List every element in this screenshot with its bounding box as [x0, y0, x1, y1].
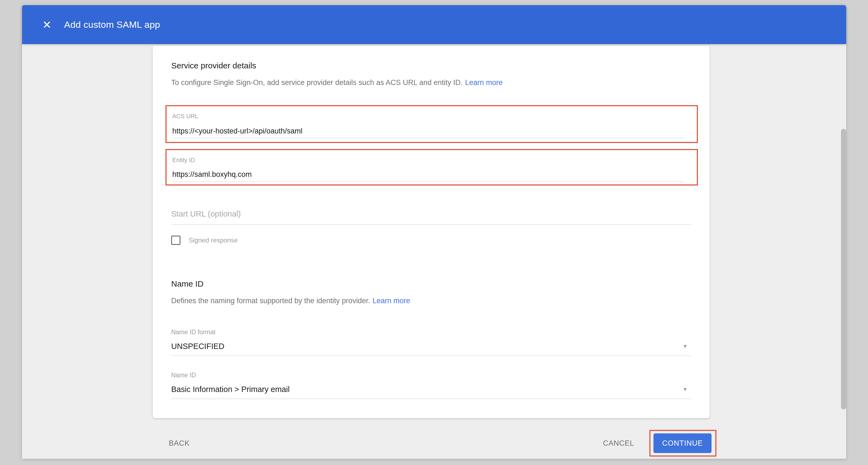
entity-id-label: Entity ID: [172, 157, 697, 164]
annotation-highlight-entity-id: Entity ID: [165, 149, 698, 186]
entity-id-input[interactable]: [172, 170, 685, 182]
name-id-description-text: Defines the naming format supported by t…: [171, 297, 370, 305]
service-provider-description: To configure Single Sign-On, add service…: [171, 78, 691, 87]
select-underline: [171, 399, 691, 399]
dialog-body: Service provider details To configure Si…: [22, 44, 846, 459]
cancel-button[interactable]: CANCEL: [599, 436, 638, 450]
learn-more-link-name-id[interactable]: Learn more: [372, 297, 410, 305]
name-id-format-select[interactable]: UNSPECIFIED ▼: [171, 341, 691, 351]
chevron-down-icon: ▼: [682, 386, 688, 393]
screen: ✕ Add custom SAML app Service provider d…: [0, 0, 868, 465]
continue-button[interactable]: CONTINUE: [653, 433, 712, 453]
signed-response-checkbox[interactable]: [171, 236, 181, 245]
service-provider-description-text: To configure Single Sign-On, add service…: [171, 78, 463, 87]
service-provider-card: Service provider details To configure Si…: [153, 46, 710, 418]
name-id-format-label: Name ID format: [171, 328, 691, 336]
acs-url-label: ACS URL: [172, 113, 697, 120]
dialog-title: Add custom SAML app: [64, 19, 160, 30]
vertical-scrollbar-thumb[interactable]: [841, 129, 846, 409]
dialog-footer: BACK CANCEL CONTINUE: [165, 430, 716, 456]
annotation-highlight-acs-url: ACS URL: [165, 105, 698, 143]
close-icon: ✕: [42, 19, 52, 30]
name-id-description: Defines the naming format supported by t…: [171, 296, 691, 305]
close-button[interactable]: ✕: [37, 15, 56, 34]
section-heading-service-provider-details: Service provider details: [171, 61, 691, 71]
entity-id-field: Entity ID: [172, 157, 697, 182]
section-heading-name-id: Name ID: [171, 279, 691, 289]
signed-response-label: Signed response: [189, 236, 238, 244]
acs-url-input[interactable]: [172, 126, 685, 138]
footer-right-actions: CANCEL CONTINUE: [599, 430, 716, 457]
annotation-highlight-continue: CONTINUE: [649, 430, 716, 457]
name-id-format-value: UNSPECIFIED: [171, 341, 224, 351]
acs-url-field: ACS URL: [172, 113, 697, 138]
select-underline: [171, 356, 691, 356]
name-id-select[interactable]: Basic Information > Primary email ▼: [171, 385, 691, 394]
chevron-down-icon: ▼: [682, 343, 688, 350]
signed-response-row: Signed response: [171, 236, 691, 245]
start-url-field: [171, 209, 691, 225]
back-button[interactable]: BACK: [165, 436, 193, 450]
name-id-label: Name ID: [171, 371, 691, 379]
start-url-input[interactable]: [171, 209, 691, 225]
dialog-header: ✕ Add custom SAML app: [22, 5, 846, 44]
name-id-value: Basic Information > Primary email: [171, 385, 289, 394]
learn-more-link-service-provider[interactable]: Learn more: [465, 78, 503, 87]
add-custom-saml-app-dialog: ✕ Add custom SAML app Service provider d…: [22, 5, 846, 459]
